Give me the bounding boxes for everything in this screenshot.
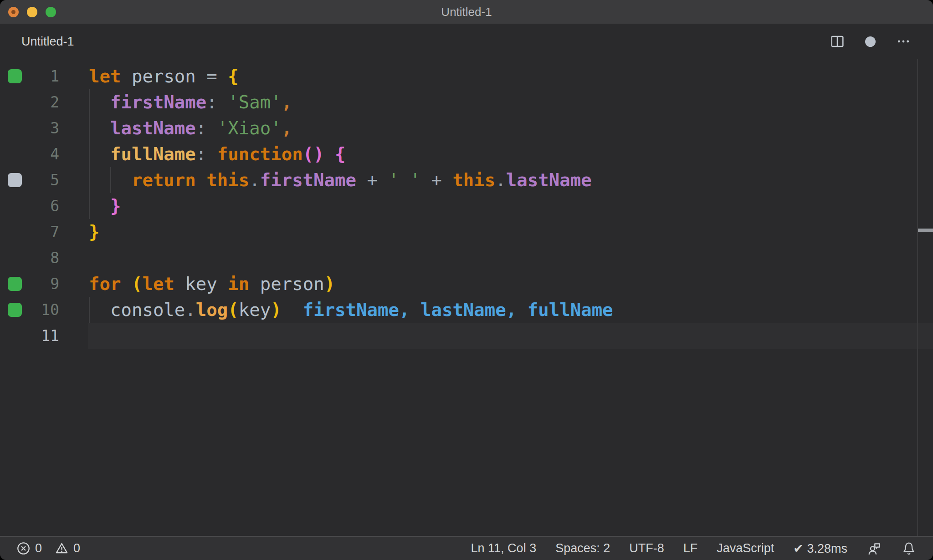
line-number: 7: [0, 219, 59, 245]
code-text: console.log(key) firstName, lastName, fu…: [89, 297, 933, 323]
cursor-position[interactable]: Ln 11, Col 3: [471, 541, 537, 555]
code-token: firstName: [110, 92, 206, 112]
line-number: 2: [0, 89, 59, 115]
code-token: .: [495, 170, 506, 190]
code-text: fullName: function() {: [89, 141, 933, 167]
tab-label: Untitled-1: [21, 35, 74, 49]
code-token: [89, 144, 110, 164]
code-text: }: [89, 193, 933, 219]
code-token: let: [142, 274, 174, 294]
code-token: firstName: [260, 170, 356, 190]
feedback-icon[interactable]: [866, 541, 882, 556]
status-bar: 0 0 Ln 11, Col 3 Spaces: 2 UTF-8 LF Java…: [0, 536, 933, 560]
code-line[interactable]: 9for (let key in person): [0, 271, 933, 297]
code-token: [89, 170, 132, 190]
perf-timer[interactable]: ✔ 3.28ms: [793, 541, 847, 556]
code-token: [282, 300, 303, 320]
code-token: key: [239, 300, 271, 320]
code-token: 'Xiao': [217, 118, 282, 138]
eol-setting[interactable]: LF: [683, 541, 698, 555]
split-editor-icon[interactable]: [830, 34, 845, 49]
code-token: [420, 170, 431, 190]
line-number: 9: [0, 271, 59, 297]
editor-header: Untitled-1: [0, 24, 933, 59]
warnings-icon: [55, 541, 69, 555]
notifications-bell-icon[interactable]: [901, 541, 917, 556]
code-text: }: [89, 219, 933, 245]
code-text: let person = {: [89, 63, 933, 89]
code-token: for: [89, 274, 121, 294]
title-bar: Untitled-1: [0, 0, 933, 24]
code-token: [249, 274, 260, 294]
code-token: +: [367, 170, 378, 190]
code-token: [89, 196, 110, 216]
code-token: [442, 170, 452, 190]
code-token: [121, 66, 131, 87]
app-window: Untitled-1 Untitled-1 1let person = {2 f…: [0, 0, 933, 560]
code-token: lastName: [110, 118, 196, 138]
code-editor[interactable]: 1let person = {2 firstName: 'Sam',3 last…: [0, 59, 933, 536]
code-token: {: [335, 144, 345, 164]
code-token: :: [206, 92, 217, 112]
overview-ruler-marker: [918, 229, 933, 232]
code-token: [217, 92, 228, 112]
code-token: ' ': [388, 170, 420, 190]
code-line[interactable]: 11: [0, 323, 933, 349]
code-token: :: [196, 144, 206, 164]
code-token: [217, 274, 228, 294]
code-line[interactable]: 7}: [0, 219, 933, 245]
problems-status[interactable]: 0 0: [16, 541, 80, 555]
editor-actions: [830, 24, 911, 59]
code-line[interactable]: 8: [0, 245, 933, 271]
code-line[interactable]: 4 fullName: function() {: [0, 141, 933, 167]
code-line[interactable]: 10 console.log(key) firstName, lastName,…: [0, 297, 933, 323]
line-number: 1: [0, 63, 59, 89]
code-token: ,: [282, 118, 292, 138]
code-text: lastName: 'Xiao',: [89, 115, 933, 141]
code-token: ): [271, 300, 281, 320]
code-token: ): [324, 274, 335, 294]
code-token: =: [206, 66, 217, 87]
code-text: return this.firstName + ' ' + this.lastN…: [89, 167, 933, 193]
code-token: [89, 300, 110, 320]
code-token: (: [228, 300, 238, 320]
code-line[interactable]: 1let person = {: [0, 63, 933, 89]
code-token: [196, 66, 206, 87]
code-token: fullName: [110, 144, 196, 164]
line-number: 10: [0, 297, 59, 323]
language-mode[interactable]: JavaScript: [717, 541, 774, 555]
code-lines: 1let person = {2 firstName: 'Sam',3 last…: [0, 63, 933, 349]
line-number: 11: [0, 323, 59, 349]
indentation-setting[interactable]: Spaces: 2: [555, 541, 610, 555]
code-line[interactable]: 5 return this.firstName + ' ' + this.las…: [0, 167, 933, 193]
code-token: :: [196, 118, 206, 138]
code-token: (: [132, 274, 142, 294]
code-token: [121, 274, 131, 294]
code-token: person: [260, 274, 324, 294]
code-token: {: [228, 66, 238, 87]
code-token: }: [110, 196, 121, 216]
inline-log-output: firstName, lastName, fullName: [303, 300, 613, 320]
code-line[interactable]: 3 lastName: 'Xiao',: [0, 115, 933, 141]
code-text: for (let key in person): [89, 271, 933, 297]
code-token: return: [132, 170, 196, 190]
code-token: [324, 144, 335, 164]
code-token: 'Sam': [228, 92, 281, 112]
more-actions-icon[interactable]: [896, 34, 911, 49]
code-token: [89, 118, 110, 138]
code-token: let: [89, 66, 121, 87]
code-line[interactable]: 6 }: [0, 193, 933, 219]
check-icon: ✔: [793, 542, 804, 555]
overview-ruler-border: [917, 59, 918, 536]
code-text: firstName: 'Sam',: [89, 89, 933, 115]
code-line[interactable]: 2 firstName: 'Sam',: [0, 89, 933, 115]
modified-indicator-dot[interactable]: [865, 36, 876, 47]
code-token: [378, 170, 388, 190]
code-text: [89, 323, 933, 349]
status-right-group: Ln 11, Col 3 Spaces: 2 UTF-8 LF JavaScri…: [471, 541, 917, 556]
file-encoding[interactable]: UTF-8: [629, 541, 664, 555]
code-token: [206, 144, 217, 164]
line-number: 5: [0, 167, 59, 193]
line-number: 4: [0, 141, 59, 167]
code-token: function: [217, 144, 303, 164]
